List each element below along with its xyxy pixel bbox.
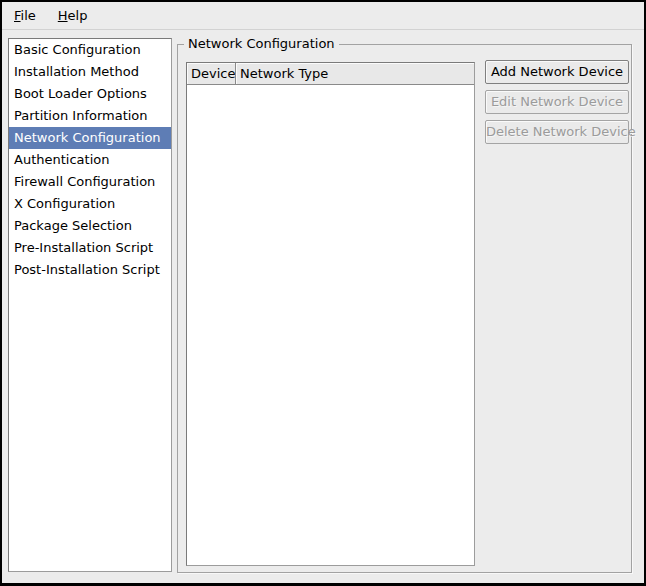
menu-help-accel: H [58,8,68,23]
sidebar-item-post-installation-script[interactable]: Post-Installation Script [9,259,171,281]
delete-network-device-button: Delete Network Device [485,120,629,144]
edit-network-device-button: Edit Network Device [485,90,629,114]
sidebar-item-installation-method[interactable]: Installation Method [9,61,171,83]
network-device-table: Device Network Type [186,62,475,566]
sidebar-item-boot-loader-options[interactable]: Boot Loader Options [9,83,171,105]
sidebar-item-partition-information[interactable]: Partition Information [9,105,171,127]
column-header-device[interactable]: Device [187,63,236,85]
add-network-device-button[interactable]: Add Network Device [485,60,629,84]
table-header: Device Network Type [187,63,474,85]
sidebar-item-network-configuration[interactable]: Network Configuration [9,127,171,149]
sidebar-item-authentication[interactable]: Authentication [9,149,171,171]
menu-help[interactable]: Help [52,2,94,29]
menu-file-label: ile [21,8,36,23]
sidebar-item-package-selection[interactable]: Package Selection [9,215,171,237]
frame-title: Network Configuration [184,36,339,51]
sidebar-item-pre-installation-script[interactable]: Pre-Installation Script [9,237,171,259]
section-list: Basic Configuration Installation Method … [8,38,172,572]
device-button-column: Add Network Device Edit Network Device D… [485,60,629,144]
menubar: File Help [2,2,644,30]
kickstart-configurator-window: File Help Basic Configuration Installati… [0,0,646,586]
table-body-empty [187,85,474,565]
network-configuration-frame: Network Configuration Device Network Typ… [177,44,632,573]
sidebar-item-firewall-configuration[interactable]: Firewall Configuration [9,171,171,193]
sidebar-item-basic-configuration[interactable]: Basic Configuration [9,39,171,61]
sidebar-item-x-configuration[interactable]: X Configuration [9,193,171,215]
menu-file[interactable]: File [8,2,42,29]
menu-help-label: elp [68,8,88,23]
column-header-network-type[interactable]: Network Type [236,63,474,85]
